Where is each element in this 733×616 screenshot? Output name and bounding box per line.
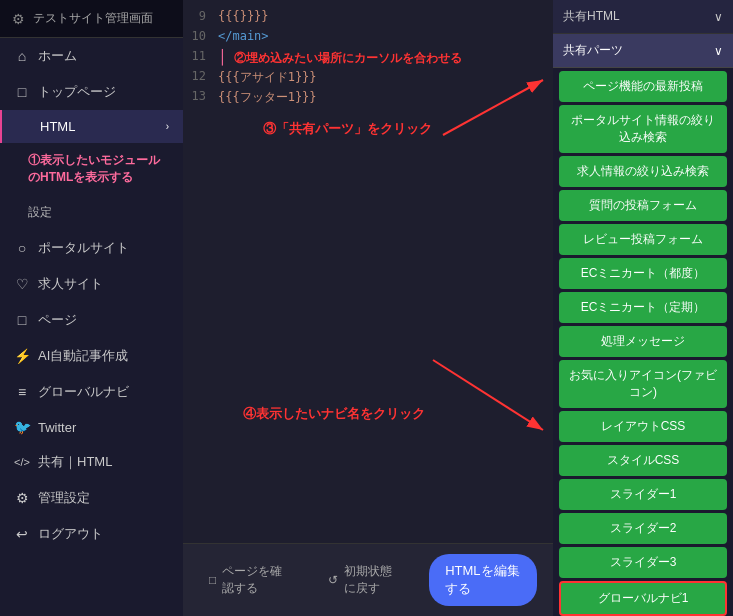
sidebar-item-label: 共有｜HTML	[38, 453, 112, 471]
sidebar-item-label: トップページ	[38, 83, 116, 101]
right-panel-items: ページ機能の最新投稿ポータルサイト情報の絞り込み検索求人情報の絞り込み検索質問の…	[553, 68, 733, 616]
line-content: │ ②埋め込みたい場所にカーソルを合わせる	[218, 49, 462, 67]
annotation-4: ④表示したいナビ名をクリック	[243, 405, 425, 423]
chevron-down-icon[interactable]: ∨	[714, 10, 723, 24]
line-content: {{{アサイド1}}}	[218, 69, 317, 86]
ai-icon: ⚡	[14, 348, 30, 364]
line-number: 9	[183, 9, 218, 23]
sidebar-item-label: ポータルサイト	[38, 239, 129, 257]
line-content: </main>	[218, 29, 269, 43]
right-panel-item-latest-post[interactable]: ページ機能の最新投稿	[559, 71, 727, 102]
verify-page-button[interactable]: □ ページを確認する	[199, 557, 302, 603]
sidebar-nav: ⌂ ホーム □ トップページ HTML › ①表示したいモジュールのHTMLを表…	[0, 38, 183, 616]
code-line: 10 </main>	[183, 28, 553, 48]
sidebar-item-top-page[interactable]: □ トップページ	[0, 74, 183, 110]
right-panel-sub-header[interactable]: 共有パーツ ∨	[553, 34, 733, 68]
right-panel-sub-label: 共有パーツ	[563, 42, 623, 59]
sidebar-item-twitter[interactable]: 🐦 Twitter	[0, 410, 183, 444]
sidebar-item-settings[interactable]: 設定	[0, 195, 183, 230]
right-panel-item-slider2[interactable]: スライダー2	[559, 513, 727, 544]
sidebar-item-page[interactable]: □ ページ	[0, 302, 183, 338]
sidebar-item-label: Twitter	[38, 420, 76, 435]
code-line: 9 {{{}}}}	[183, 8, 553, 28]
right-panel-item-review-form[interactable]: レビュー投稿フォーム	[559, 224, 727, 255]
sidebar-item-admin[interactable]: ⚙ 管理設定	[0, 480, 183, 516]
reset-button[interactable]: ↺ 初期状態に戻す	[318, 557, 414, 603]
right-panel-item-slider3[interactable]: スライダー3	[559, 547, 727, 578]
right-panel-header-label: 共有HTML	[563, 8, 620, 25]
sidebar-item-label: ログアウト	[38, 525, 103, 543]
sidebar-item-label: HTML	[40, 119, 75, 134]
right-panel-item-process-msg[interactable]: 処理メッセージ	[559, 326, 727, 357]
sidebar-item-label: ページ	[38, 311, 77, 329]
app-title: テストサイト管理画面	[33, 10, 153, 27]
sidebar-item-portal[interactable]: ○ ポータルサイト	[0, 230, 183, 266]
sidebar-item-label: ①表示したいモジュールのHTMLを表示する	[28, 152, 169, 186]
jobs-icon: ♡	[14, 276, 30, 292]
edit-html-button[interactable]: HTMLを編集する	[429, 554, 537, 606]
chevron-right-icon: ›	[166, 121, 169, 132]
sidebar-item-shared-html[interactable]: </> 共有｜HTML	[0, 444, 183, 480]
twitter-icon: 🐦	[14, 419, 30, 435]
annotation-3: ③「共有パーツ」をクリック	[263, 120, 432, 138]
bottom-bar: □ ページを確認する ↺ 初期状態に戻す HTMLを編集する	[183, 543, 553, 616]
line-content: {{{}}}}	[218, 9, 269, 23]
nav-icon: ≡	[14, 384, 30, 400]
right-panel-header: 共有HTML ∨	[553, 0, 733, 34]
right-panel-item-slider1[interactable]: スライダー1	[559, 479, 727, 510]
code-editor[interactable]: 9 {{{}}}} 10 </main> 11 │ ②埋め込みたい場所にカーソル…	[183, 0, 553, 543]
portal-icon: ○	[14, 240, 30, 256]
verify-icon: □	[209, 573, 216, 587]
main-content: 9 {{{}}}} 10 </main> 11 │ ②埋め込みたい場所にカーソル…	[183, 0, 553, 616]
reset-icon: ↺	[328, 573, 338, 587]
code-icon: </>	[14, 456, 30, 468]
right-panel-item-layout-css[interactable]: レイアウトCSS	[559, 411, 727, 442]
line-number: 13	[183, 89, 218, 103]
line-content: {{{フッター1}}}	[218, 89, 317, 106]
line-number: 11	[183, 49, 218, 63]
sidebar-item-label: AI自動記事作成	[38, 347, 128, 365]
right-panel-item-fav-icon[interactable]: お気に入りアイコン(ファビコン)	[559, 360, 727, 408]
code-line-annotated: 11 │ ②埋め込みたい場所にカーソルを合わせる	[183, 48, 553, 68]
line-number: 10	[183, 29, 218, 43]
code-line: 12 {{{アサイド1}}}	[183, 68, 553, 88]
logout-icon: ↩	[14, 526, 30, 542]
line-number: 12	[183, 69, 218, 83]
sidebar-item-label: ホーム	[38, 47, 77, 65]
sidebar-item-logout[interactable]: ↩ ログアウト	[0, 516, 183, 552]
sidebar: ⚙ テストサイト管理画面 ⌂ ホーム □ トップページ HTML › ①表示した…	[0, 0, 183, 616]
sidebar-item-label: グローバルナビ	[38, 383, 129, 401]
gear-icon: ⚙	[14, 490, 30, 506]
sidebar-item-label: 設定	[28, 204, 52, 221]
home-icon: ⌂	[14, 48, 30, 64]
settings-icon: ⚙	[12, 11, 25, 27]
sidebar-item-home[interactable]: ⌂ ホーム	[0, 38, 183, 74]
right-panel-item-ec-cart-city[interactable]: ECミニカート（都度）	[559, 258, 727, 289]
sidebar-item-label: 管理設定	[38, 489, 90, 507]
right-panel-item-portal-search[interactable]: ポータルサイト情報の絞り込み検索	[559, 105, 727, 153]
right-panel-item-ec-cart-period[interactable]: ECミニカート（定期）	[559, 292, 727, 323]
sidebar-item-ai[interactable]: ⚡ AI自動記事作成	[0, 338, 183, 374]
doc-icon: □	[14, 312, 30, 328]
right-panel: 共有HTML ∨ 共有パーツ ∨ ページ機能の最新投稿ポータルサイト情報の絞り込…	[553, 0, 733, 616]
annotation-cursor: ②埋め込みたい場所にカーソルを合わせる	[234, 51, 462, 65]
right-panel-item-question-form[interactable]: 質問の投稿フォーム	[559, 190, 727, 221]
sidebar-item-label: 求人サイト	[38, 275, 103, 293]
right-panel-item-global-nav1[interactable]: グローバルナビ1	[559, 581, 727, 616]
right-panel-item-style-css[interactable]: スタイルCSS	[559, 445, 727, 476]
page-icon: □	[14, 84, 30, 100]
sidebar-item-global-nav[interactable]: ≡ グローバルナビ	[0, 374, 183, 410]
sidebar-item-css[interactable]: ①表示したいモジュールのHTMLを表示する	[0, 143, 183, 195]
right-panel-item-job-search[interactable]: 求人情報の絞り込み検索	[559, 156, 727, 187]
sidebar-header: ⚙ テストサイト管理画面	[0, 0, 183, 38]
code-line: 13 {{{フッター1}}}	[183, 88, 553, 108]
svg-line-1	[433, 360, 543, 430]
sidebar-item-html[interactable]: HTML ›	[0, 110, 183, 143]
sidebar-item-jobs[interactable]: ♡ 求人サイト	[0, 266, 183, 302]
chevron-down-icon-2: ∨	[714, 44, 723, 58]
